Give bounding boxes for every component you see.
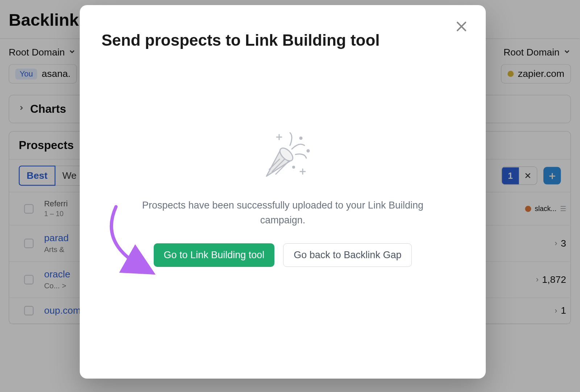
go-back-button[interactable]: Go back to Backlink Gap <box>283 243 412 267</box>
svg-point-11 <box>307 149 310 153</box>
svg-point-10 <box>299 137 303 140</box>
celebration-icon <box>254 129 312 183</box>
modal-title: Send prospects to Link Building tool <box>102 31 464 49</box>
send-prospects-modal: Send prospects to Link Building tool <box>80 5 486 379</box>
close-button[interactable] <box>455 20 468 35</box>
svg-point-12 <box>292 166 295 169</box>
success-message: Prospects have been successfully uploade… <box>120 198 446 227</box>
go-to-link-building-button[interactable]: Go to Link Building tool <box>154 243 275 267</box>
